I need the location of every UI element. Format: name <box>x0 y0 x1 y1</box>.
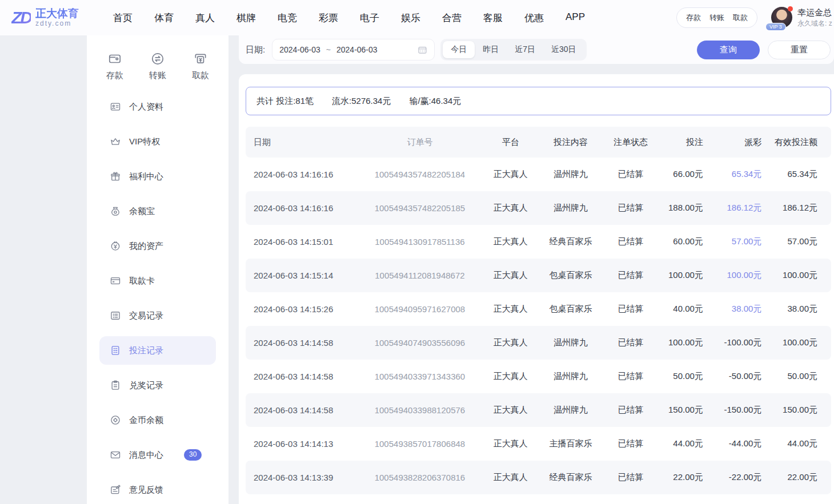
pill-transfer-button[interactable]: 转账 <box>709 13 724 23</box>
cell-date: 2024-06-03 14:16:16 <box>246 158 357 191</box>
date-from-value: 2024-06-03 <box>279 45 320 54</box>
permanent-domain-note: 永久域名: z <box>797 19 832 29</box>
brand-monogram: ZD <box>11 8 31 27</box>
sidebar-item-redeem-records[interactable]: 兑奖记录 <box>99 371 216 400</box>
quick-today-button[interactable]: 今日 <box>443 41 475 58</box>
wallet-pill: 存款 转账 取款 <box>676 7 757 28</box>
cell-platform: 正大真人 <box>483 326 538 360</box>
cell-order: 1005493828206370816 <box>357 461 483 494</box>
table-row: 2024-06-03 14:16:161005494357482205184正大… <box>246 158 831 191</box>
cell-platform: 正大真人 <box>483 292 538 326</box>
sidebar-item-yuebao[interactable]: 余额宝 <box>99 197 216 225</box>
cell-payout[interactable]: 186.12元 <box>711 191 770 225</box>
notification-dot <box>788 6 793 11</box>
table-row: 2024-06-03 14:14:581005494033988120576正大… <box>246 393 831 427</box>
cell-content: 温州牌九 <box>539 393 603 427</box>
user-block[interactable]: VIP 3 幸运金总 永久域名: z <box>771 6 834 29</box>
calendar-icon[interactable] <box>418 45 427 55</box>
gift-icon <box>110 171 121 182</box>
cell-bet: 50.00元 <box>659 360 711 393</box>
cell-order: 1005493857017806848 <box>357 427 483 461</box>
table-row: 2024-06-03 14:14:581005494033971343360正大… <box>246 360 831 393</box>
filter-bar: 日期: 2024-06-03 ~ 2024-06-03 今日 昨日 近7日 近3… <box>239 35 834 64</box>
header-payout: 派彩 <box>711 127 770 158</box>
summary-total: 共计 投注:81笔 <box>256 96 314 107</box>
pill-deposit-button[interactable]: 存款 <box>686 13 701 23</box>
cell-date: 2024-06-03 14:14:58 <box>246 326 357 360</box>
nav-boardgames[interactable]: 棋牌 <box>236 11 256 25</box>
cell-valid: 50.00元 <box>769 360 831 393</box>
sidebar-item-transactions[interactable]: 交易记录 <box>99 301 216 330</box>
cell-payout: -22.00元 <box>711 461 770 494</box>
cell-valid: 44.00元 <box>769 427 831 461</box>
cell-valid: 38.00元 <box>769 292 831 326</box>
cell-payout[interactable]: 65.34元 <box>711 158 770 191</box>
nav-home[interactable]: 首页 <box>113 11 133 25</box>
cell-order: 1005494033988120576 <box>357 393 483 427</box>
nav-entertainment[interactable]: 娱乐 <box>401 11 420 25</box>
bet-record-icon <box>110 345 121 356</box>
cell-order: 1005494112081948672 <box>357 259 483 292</box>
bet-records-table: 日期 订单号 平台 投注内容 注单状态 投注 派彩 有效投注额 2024-06-… <box>246 127 831 494</box>
cell-status: 已结算 <box>603 292 658 326</box>
nav-slots[interactable]: 电子 <box>360 11 379 25</box>
feedback-icon <box>110 484 121 495</box>
sidebar-item-withdraw-card[interactable]: 取款卡 <box>99 267 216 295</box>
table-row: 2024-06-03 14:16:161005494357482205185正大… <box>246 191 831 225</box>
transaction-list-icon <box>110 310 121 321</box>
cell-valid: 100.00元 <box>769 259 831 292</box>
quick-last7-button[interactable]: 近7日 <box>507 41 543 58</box>
cell-platform: 正大真人 <box>483 259 538 292</box>
cell-valid: 22.00元 <box>769 461 831 494</box>
cell-platform: 正大真人 <box>483 360 538 393</box>
quick-last30-button[interactable]: 近30日 <box>543 41 584 58</box>
sidebar-item-coin-balance[interactable]: 金币余额 <box>99 406 216 434</box>
nav-lottery[interactable]: 彩票 <box>319 11 338 25</box>
cell-order: 1005494095971627008 <box>357 292 483 326</box>
crown-icon <box>110 136 121 147</box>
pill-withdraw-button[interactable]: 取款 <box>733 13 748 23</box>
sidebar-deposit-button[interactable]: 存款 <box>106 51 123 81</box>
nav-promo[interactable]: 优惠 <box>524 11 544 25</box>
table-row: 2024-06-03 14:15:011005494130917851136正大… <box>246 225 831 259</box>
cell-payout[interactable]: 38.00元 <box>711 292 770 326</box>
mail-icon <box>110 449 121 461</box>
header-platform: 平台 <box>483 127 538 158</box>
cell-date: 2024-06-03 14:14:13 <box>246 427 357 461</box>
cell-payout[interactable]: 57.00元 <box>711 225 770 259</box>
date-range-input[interactable]: 2024-06-03 ~ 2024-06-03 <box>272 39 435 61</box>
nav-app[interactable]: APP <box>566 11 585 25</box>
cell-payout[interactable]: 100.00元 <box>711 259 770 292</box>
nav-partner[interactable]: 合营 <box>442 11 462 25</box>
sidebar-item-messages[interactable]: 消息中心 30 <box>99 441 216 469</box>
nav-live[interactable]: 真人 <box>195 11 215 25</box>
sidebar-item-welfare[interactable]: 福利中心 <box>99 162 216 191</box>
nav-esports[interactable]: 电竞 <box>278 11 297 25</box>
sidebar-item-feedback[interactable]: 意见反馈 <box>99 475 216 504</box>
cell-status: 已结算 <box>603 461 658 494</box>
sidebar-item-assets[interactable]: 我的资产 <box>99 232 216 260</box>
nav-sports[interactable]: 体育 <box>154 11 174 25</box>
search-button[interactable]: 查询 <box>697 41 760 59</box>
cell-status: 已结算 <box>603 360 658 393</box>
sidebar-item-bet-records[interactable]: 投注记录 <box>99 336 216 365</box>
cell-status: 已结算 <box>603 393 658 427</box>
cell-order: 1005494357482205184 <box>357 158 483 191</box>
reset-button[interactable]: 重置 <box>768 41 831 59</box>
clipboard-icon <box>110 380 121 391</box>
cell-status: 已结算 <box>603 259 658 292</box>
cell-content: 温州牌九 <box>539 191 603 225</box>
header-content: 投注内容 <box>539 127 603 158</box>
date-quick-select: 今日 昨日 近7日 近30日 <box>440 39 586 61</box>
sidebar: 存款 转账 取款 个人资料 VIP特权 <box>87 35 228 504</box>
quick-yesterday-button[interactable]: 昨日 <box>475 41 507 58</box>
sidebar-item-profile[interactable]: 个人资料 <box>99 92 216 121</box>
nav-service[interactable]: 客服 <box>483 11 503 25</box>
sidebar-quick-actions: 存款 转账 取款 <box>99 51 216 81</box>
summary-winloss: 输/赢:46.34元 <box>409 96 461 107</box>
cell-payout: -100.00元 <box>711 326 770 360</box>
sidebar-item-vip[interactable]: VIP特权 <box>99 127 216 156</box>
sidebar-transfer-button[interactable]: 转账 <box>149 51 166 81</box>
brand-logo[interactable]: ZD 正大体育 zdty.com <box>11 8 79 27</box>
sidebar-withdraw-button[interactable]: 取款 <box>192 51 209 81</box>
